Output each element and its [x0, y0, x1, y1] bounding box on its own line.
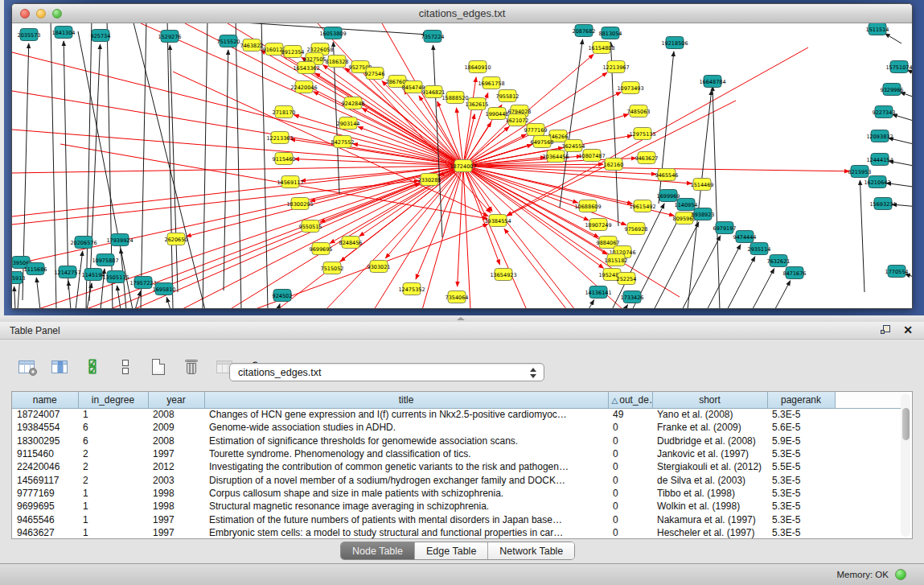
table-cell[interactable]: 9699695	[12, 500, 78, 513]
close-panel-icon[interactable]: ✕	[903, 323, 913, 336]
table-cell[interactable]: 1	[78, 408, 148, 421]
table-cell[interactable]: Genome-wide association studies in ADHD.	[204, 421, 608, 434]
table-cell[interactable]: 5.3E-5	[767, 408, 835, 421]
table-cell[interactable]: 1	[78, 487, 148, 500]
table-cell[interactable]: 2	[78, 447, 148, 460]
column-header-name[interactable]: name	[12, 392, 78, 408]
table-cell[interactable]: 0	[608, 447, 652, 460]
table-cell[interactable]: Investigating the contribution of common…	[204, 460, 608, 473]
table-cell[interactable]: 0	[608, 500, 652, 513]
table-row[interactable]: 1938455462009Genome-wide association stu…	[12, 421, 902, 434]
trash-icon[interactable]	[181, 356, 202, 377]
table-cell[interactable]: Disruption of a novel member of a sodium…	[204, 473, 608, 486]
table-cell[interactable]: 2008	[148, 408, 204, 421]
table-cell[interactable]: 9465546	[12, 513, 78, 525]
table-cell[interactable]: Dudbridge et al. (2008)	[652, 435, 767, 447]
column-header-title[interactable]: title	[204, 392, 608, 408]
table-cell[interactable]: Estimation of the future numbers of pati…	[204, 513, 608, 525]
table-cell[interactable]: Jankovic et al. (1997)	[652, 447, 767, 460]
table-cell[interactable]: 5.3E-5	[767, 526, 835, 539]
window-titlebar[interactable]: citations_edges.txt	[12, 4, 912, 23]
rows-icon[interactable]	[115, 356, 136, 377]
table-cell[interactable]: 0	[608, 460, 652, 473]
table-cell[interactable]: 0	[608, 526, 652, 539]
table-cell[interactable]: 2	[78, 473, 148, 486]
table-cell[interactable]: 0	[608, 487, 652, 500]
table-row[interactable]: 911546021997Tourette syndrome. Phenomeno…	[12, 447, 902, 460]
table-cell[interactable]: Tibbo et al. (1998)	[652, 487, 767, 500]
table-cell[interactable]: 5.9E-5	[767, 435, 835, 447]
table-cell[interactable]: 0	[608, 513, 652, 525]
table-cell[interactable]: 1	[78, 513, 148, 525]
table-cell[interactable]: 1	[78, 500, 148, 513]
tab-edge-table[interactable]: Edge Table	[415, 542, 488, 559]
table-cell[interactable]: 2009	[148, 421, 204, 434]
table-cell[interactable]: Estimation of significance thresholds fo…	[204, 435, 608, 447]
table-cell[interactable]: Franke et al. (2009)	[652, 421, 767, 434]
table-selector-dropdown[interactable]: citations_edges.txt	[229, 363, 544, 381]
table-cell[interactable]: 6	[78, 435, 148, 447]
table-cell[interactable]: Hescheler et al. (1997)	[652, 526, 767, 539]
table-cell[interactable]: 2012	[148, 460, 204, 473]
table-cell[interactable]: Yano et al. (2008)	[652, 408, 767, 421]
scrollbar-thumb[interactable]	[902, 408, 910, 440]
table-cell[interactable]: 1997	[148, 526, 204, 539]
vertical-scrollbar[interactable]	[901, 393, 910, 537]
table-cell[interactable]: 5.6E-5	[767, 421, 835, 434]
table-cell[interactable]: 1	[78, 526, 148, 539]
table-settings-icon[interactable]	[16, 356, 37, 377]
table-cell[interactable]: 2008	[148, 435, 204, 447]
table-row[interactable]: 1872400712008Changes of HCN gene express…	[12, 408, 902, 421]
table-row[interactable]: 1830029562008Estimation of significance …	[12, 435, 902, 447]
table-cell[interactable]: 1998	[148, 487, 204, 500]
table-row[interactable]: 977716911998Corpus callosum shape and si…	[12, 487, 902, 500]
table-row[interactable]: 969969511998Structural magnetic resonanc…	[12, 500, 902, 513]
table-row[interactable]: 946554611997Estimation of the future num…	[12, 513, 902, 525]
table-cell[interactable]: 14569117	[12, 473, 78, 486]
table-cell[interactable]: 5.3E-5	[767, 487, 835, 500]
table-cell[interactable]: Tourette syndrome. Phenomenology and cla…	[204, 447, 608, 460]
table-cell[interactable]: 0	[608, 473, 652, 486]
row-check-icon[interactable]: ☑☑	[82, 356, 103, 377]
table-row[interactable]: 946362711997Embryonic stem cells: a mode…	[12, 526, 902, 539]
new-file-icon[interactable]	[148, 356, 169, 377]
table-cell[interactable]: 9777169	[12, 487, 78, 500]
table-cell[interactable]: 2003	[148, 473, 204, 486]
table-cell[interactable]: Corpus callosum shape and size in male p…	[204, 487, 608, 500]
column-header-year[interactable]: year	[148, 392, 204, 408]
table-cell[interactable]: 1997	[148, 447, 204, 460]
table-cell[interactable]: 1997	[148, 513, 204, 525]
table-cell[interactable]: 6	[78, 421, 148, 434]
tab-node-table[interactable]: Node Table	[341, 542, 415, 559]
table-cell[interactable]: Wolkin et al. (1998)	[652, 500, 767, 513]
table-cell[interactable]: Stergiakouli et al. (2012)	[652, 460, 767, 473]
table-cell[interactable]: 5.5E-5	[767, 460, 835, 473]
table-cell[interactable]: Structural magnetic resonance image aver…	[204, 500, 608, 513]
column-header-in_degree[interactable]: in_degree	[78, 392, 148, 408]
column-header-pagerank[interactable]: pagerank	[767, 392, 835, 408]
split-divider[interactable]	[0, 315, 924, 322]
memory-ok-icon[interactable]	[895, 569, 906, 580]
table-cell[interactable]: 5.3E-5	[767, 513, 835, 525]
table-cell[interactable]: 9463627	[12, 526, 78, 539]
table-cell[interactable]: 9115460	[12, 447, 78, 460]
table-row[interactable]: 1456911722003Disruption of a novel membe…	[12, 473, 902, 486]
table-cell[interactable]: 18300295	[12, 435, 78, 447]
table-row[interactable]: 2242004622012Investigating the contribut…	[12, 460, 902, 473]
network-canvas[interactable]: 1872400774638229160123891235423226058932…	[12, 23, 913, 309]
table-cell[interactable]: Embryonic stem cells: a model to study s…	[204, 526, 608, 539]
column-header-out_de[interactable]: △out_de…	[608, 392, 652, 408]
tab-network-table[interactable]: Network Table	[488, 542, 574, 559]
table-cell[interactable]: 22420046	[12, 460, 78, 473]
table-cell[interactable]: 2	[78, 460, 148, 473]
table-cell[interactable]: 5.3E-5	[767, 473, 835, 486]
table-cell[interactable]: 0	[608, 421, 652, 434]
float-panel-icon[interactable]	[881, 325, 892, 336]
column-header-short[interactable]: short	[652, 392, 767, 408]
table-cell[interactable]: 49	[608, 408, 652, 421]
table-cell[interactable]: de Silva et al. (2003)	[652, 473, 767, 486]
table-cell[interactable]: 0	[608, 435, 652, 447]
table-cell[interactable]: 19384554	[12, 421, 78, 434]
table-cell[interactable]: Changes of HCN gene expression and I(f) …	[204, 408, 608, 421]
table-cell[interactable]: Nakamura et al. (1997)	[652, 513, 767, 525]
